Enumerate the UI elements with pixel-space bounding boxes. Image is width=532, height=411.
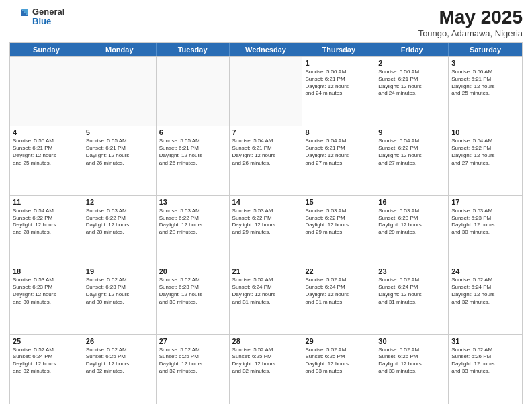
day-cell-9: 9Sunrise: 5:54 AM Sunset: 6:22 PM Daylig…	[375, 126, 449, 195]
day-info: Sunrise: 5:55 AM Sunset: 6:21 PM Dayligh…	[159, 138, 226, 167]
calendar-row-1: 4Sunrise: 5:55 AM Sunset: 6:21 PM Daylig…	[10, 126, 522, 195]
day-info: Sunrise: 5:52 AM Sunset: 6:25 PM Dayligh…	[232, 347, 300, 375]
day-cell-24: 24Sunrise: 5:52 AM Sunset: 6:24 PM Dayli…	[449, 265, 522, 334]
day-number: 23	[378, 267, 445, 275]
calendar-header: SundayMondayTuesdayWednesdayThursdayFrid…	[10, 43, 522, 56]
day-number: 5	[86, 128, 153, 136]
day-info: Sunrise: 5:56 AM Sunset: 6:21 PM Dayligh…	[305, 68, 372, 97]
weekday-header-sunday: Sunday	[10, 43, 83, 56]
day-info: Sunrise: 5:52 AM Sunset: 6:23 PM Dayligh…	[86, 277, 153, 306]
day-number: 9	[378, 128, 445, 136]
day-cell-1: 1Sunrise: 5:56 AM Sunset: 6:21 PM Daylig…	[302, 57, 375, 126]
day-cell-2: 2Sunrise: 5:56 AM Sunset: 6:21 PM Daylig…	[375, 57, 449, 126]
logo-text: General Blue	[32, 7, 64, 27]
day-cell-28: 28Sunrise: 5:52 AM Sunset: 6:25 PM Dayli…	[230, 335, 303, 404]
day-number: 6	[159, 128, 226, 136]
day-info: Sunrise: 5:54 AM Sunset: 6:21 PM Dayligh…	[305, 138, 372, 167]
day-cell-22: 22Sunrise: 5:52 AM Sunset: 6:24 PM Dayli…	[302, 265, 375, 334]
day-number: 29	[305, 337, 372, 345]
day-cell-7: 7Sunrise: 5:54 AM Sunset: 6:21 PM Daylig…	[230, 126, 303, 195]
day-number: 24	[451, 267, 519, 275]
day-cell-29: 29Sunrise: 5:52 AM Sunset: 6:25 PM Dayli…	[302, 335, 375, 404]
day-info: Sunrise: 5:52 AM Sunset: 6:24 PM Dayligh…	[13, 347, 80, 375]
day-number: 22	[305, 267, 372, 275]
day-cell-5: 5Sunrise: 5:55 AM Sunset: 6:21 PM Daylig…	[83, 126, 157, 195]
day-cell-6: 6Sunrise: 5:55 AM Sunset: 6:21 PM Daylig…	[157, 126, 230, 195]
day-number: 27	[159, 337, 226, 345]
day-number: 3	[451, 59, 519, 67]
day-info: Sunrise: 5:53 AM Sunset: 6:22 PM Dayligh…	[232, 208, 300, 236]
day-cell-15: 15Sunrise: 5:53 AM Sunset: 6:22 PM Dayli…	[302, 196, 375, 265]
day-info: Sunrise: 5:52 AM Sunset: 6:26 PM Dayligh…	[378, 347, 445, 375]
day-info: Sunrise: 5:53 AM Sunset: 6:22 PM Dayligh…	[159, 208, 226, 236]
day-number: 17	[451, 198, 519, 206]
day-number: 4	[13, 128, 80, 136]
logo: General Blue	[9, 7, 64, 27]
day-cell-3: 3Sunrise: 5:56 AM Sunset: 6:21 PM Daylig…	[449, 57, 522, 126]
day-number: 18	[13, 267, 80, 275]
day-number: 7	[232, 128, 300, 136]
day-info: Sunrise: 5:52 AM Sunset: 6:24 PM Dayligh…	[232, 277, 300, 306]
empty-cell-0-3	[230, 57, 303, 126]
day-number: 13	[159, 198, 226, 206]
day-info: Sunrise: 5:52 AM Sunset: 6:23 PM Dayligh…	[159, 277, 226, 306]
day-cell-20: 20Sunrise: 5:52 AM Sunset: 6:23 PM Dayli…	[157, 265, 230, 334]
header: General Blue May 2025 Toungo, Adamawa, N…	[9, 7, 523, 38]
day-info: Sunrise: 5:53 AM Sunset: 6:22 PM Dayligh…	[86, 208, 153, 236]
day-cell-17: 17Sunrise: 5:53 AM Sunset: 6:23 PM Dayli…	[449, 196, 522, 265]
day-number: 16	[378, 198, 445, 206]
logo-blue: Blue	[32, 17, 64, 26]
day-cell-21: 21Sunrise: 5:52 AM Sunset: 6:24 PM Dayli…	[230, 265, 303, 334]
logo-icon	[9, 7, 30, 27]
calendar-body: 1Sunrise: 5:56 AM Sunset: 6:21 PM Daylig…	[10, 56, 522, 404]
calendar-row-0: 1Sunrise: 5:56 AM Sunset: 6:21 PM Daylig…	[10, 56, 522, 126]
day-number: 11	[13, 198, 80, 206]
day-cell-26: 26Sunrise: 5:52 AM Sunset: 6:25 PM Dayli…	[83, 335, 157, 404]
day-info: Sunrise: 5:54 AM Sunset: 6:22 PM Dayligh…	[378, 138, 445, 167]
day-number: 14	[232, 198, 300, 206]
day-info: Sunrise: 5:56 AM Sunset: 6:21 PM Dayligh…	[378, 68, 445, 97]
calendar-row-3: 18Sunrise: 5:53 AM Sunset: 6:23 PM Dayli…	[10, 265, 522, 334]
calendar-row-2: 11Sunrise: 5:54 AM Sunset: 6:22 PM Dayli…	[10, 195, 522, 265]
day-info: Sunrise: 5:53 AM Sunset: 6:22 PM Dayligh…	[305, 208, 372, 236]
day-cell-23: 23Sunrise: 5:52 AM Sunset: 6:24 PM Dayli…	[375, 265, 449, 334]
day-info: Sunrise: 5:52 AM Sunset: 6:25 PM Dayligh…	[159, 347, 226, 375]
logo-general: General	[32, 7, 64, 17]
day-info: Sunrise: 5:54 AM Sunset: 6:21 PM Dayligh…	[232, 138, 300, 167]
empty-cell-0-2	[157, 57, 230, 126]
day-number: 21	[232, 267, 300, 275]
day-number: 15	[305, 198, 372, 206]
day-number: 28	[232, 337, 300, 345]
empty-cell-0-1	[83, 57, 157, 126]
day-info: Sunrise: 5:52 AM Sunset: 6:24 PM Dayligh…	[305, 277, 372, 306]
weekday-header-wednesday: Wednesday	[230, 43, 303, 56]
weekday-header-friday: Friday	[375, 43, 449, 56]
calendar: SundayMondayTuesdayWednesdayThursdayFrid…	[9, 42, 523, 404]
day-number: 25	[13, 337, 80, 345]
month-year: May 2025	[418, 7, 523, 28]
day-cell-31: 31Sunrise: 5:52 AM Sunset: 6:26 PM Dayli…	[449, 335, 522, 404]
day-number: 19	[86, 267, 153, 275]
day-number: 20	[159, 267, 226, 275]
day-info: Sunrise: 5:53 AM Sunset: 6:23 PM Dayligh…	[13, 277, 80, 306]
day-number: 30	[378, 337, 445, 345]
day-number: 10	[451, 128, 519, 136]
day-cell-27: 27Sunrise: 5:52 AM Sunset: 6:25 PM Dayli…	[157, 335, 230, 404]
day-cell-4: 4Sunrise: 5:55 AM Sunset: 6:21 PM Daylig…	[10, 126, 83, 195]
day-number: 12	[86, 198, 153, 206]
day-info: Sunrise: 5:56 AM Sunset: 6:21 PM Dayligh…	[451, 68, 519, 97]
day-cell-16: 16Sunrise: 5:53 AM Sunset: 6:23 PM Dayli…	[375, 196, 449, 265]
location: Toungo, Adamawa, Nigeria	[418, 28, 523, 38]
day-info: Sunrise: 5:54 AM Sunset: 6:22 PM Dayligh…	[13, 208, 80, 236]
weekday-header-saturday: Saturday	[449, 43, 522, 56]
page: General Blue May 2025 Toungo, Adamawa, N…	[0, 0, 532, 411]
day-cell-30: 30Sunrise: 5:52 AM Sunset: 6:26 PM Dayli…	[375, 335, 449, 404]
day-info: Sunrise: 5:53 AM Sunset: 6:23 PM Dayligh…	[451, 208, 519, 236]
day-info: Sunrise: 5:53 AM Sunset: 6:23 PM Dayligh…	[378, 208, 445, 236]
calendar-row-4: 25Sunrise: 5:52 AM Sunset: 6:24 PM Dayli…	[10, 334, 522, 404]
day-number: 26	[86, 337, 153, 345]
day-cell-8: 8Sunrise: 5:54 AM Sunset: 6:21 PM Daylig…	[302, 126, 375, 195]
day-cell-11: 11Sunrise: 5:54 AM Sunset: 6:22 PM Dayli…	[10, 196, 83, 265]
day-info: Sunrise: 5:55 AM Sunset: 6:21 PM Dayligh…	[13, 138, 80, 167]
day-number: 1	[305, 59, 372, 67]
